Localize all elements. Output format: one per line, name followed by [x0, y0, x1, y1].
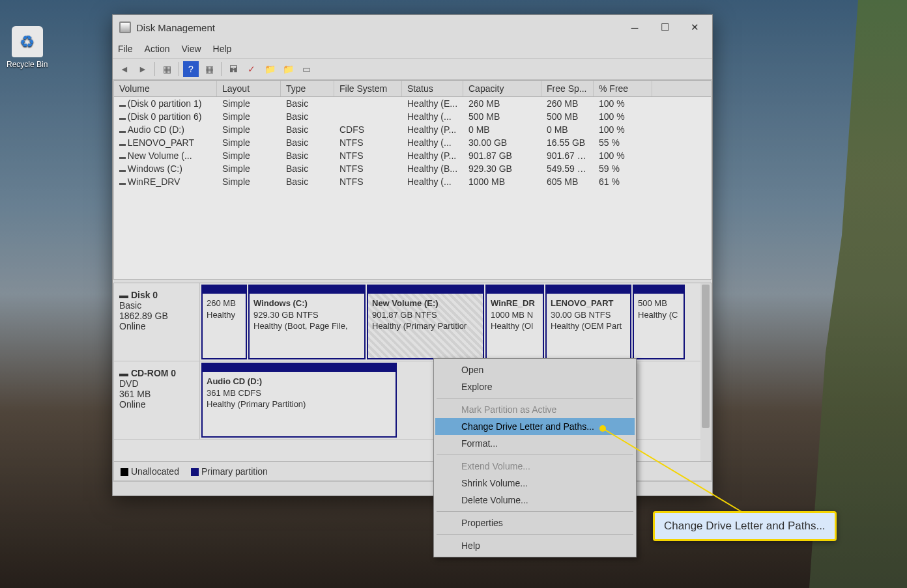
volume-table: Volume Layout Type File System Status Ca… [113, 80, 712, 280]
menu-item[interactable]: Help [435, 537, 635, 554]
toolbar-btn-1[interactable]: ▦ [159, 61, 175, 77]
legend-unallocated: Unallocated [131, 466, 179, 477]
minimize-button[interactable]: ─ [620, 18, 650, 37]
recycle-bin-icon [12, 26, 43, 57]
toolbar-btn-2[interactable]: ▦ [201, 61, 217, 77]
app-icon [119, 21, 131, 33]
table-row[interactable]: (Disk 0 partition 6)SimpleBasicHealthy (… [114, 110, 711, 123]
forward-button[interactable]: ► [135, 61, 151, 77]
table-row[interactable]: (Disk 0 partition 1)SimpleBasicHealthy (… [114, 97, 711, 110]
col-volume[interactable]: Volume [114, 81, 217, 96]
toolbar-btn-6[interactable]: 📁 [280, 61, 296, 77]
toolbar: ◄ ► ▦ ? ▦ 🖬 ✓ 📁 📁 ▭ [113, 58, 712, 80]
menu-action[interactable]: Action [145, 44, 170, 54]
scrollbar-thumb[interactable] [702, 285, 710, 428]
context-menu: OpenExploreMark Partition as ActiveChang… [433, 358, 637, 557]
callout-box: Change Drive Letter and Paths... [653, 511, 837, 541]
partition[interactable]: WinRE_DR1000 MB NHealthy (Ol [485, 285, 544, 359]
partition[interactable]: 500 MBHealthy (C [633, 285, 685, 359]
menu-help[interactable]: Help [213, 44, 232, 54]
window-title: Disk Management [136, 22, 620, 33]
callout-dot [599, 425, 606, 432]
menu-item[interactable]: Shrink Volume... [435, 475, 635, 492]
volume-table-header: Volume Layout Type File System Status Ca… [114, 81, 711, 97]
menu-item[interactable]: Format... [435, 435, 635, 452]
col-type[interactable]: Type [281, 81, 334, 96]
partition[interactable]: New Volume (E:)901.87 GB NTFSHealthy (Pr… [367, 285, 484, 359]
partition[interactable]: Audio CD (D:)361 MB CDFSHealthy (Primary… [201, 363, 397, 438]
menu-item[interactable]: Open [435, 361, 635, 378]
menu-item[interactable]: Delete Volume... [435, 492, 635, 509]
recycle-bin[interactable]: Recycle Bin [7, 26, 48, 69]
col-status[interactable]: Status [402, 81, 463, 96]
toolbar-btn-3[interactable]: 🖬 [225, 61, 241, 77]
col-capacity[interactable]: Capacity [463, 81, 541, 96]
menu-item: Extend Volume... [435, 458, 635, 475]
scrollbar[interactable] [700, 283, 711, 481]
menu-view[interactable]: View [181, 44, 201, 54]
menu-item[interactable]: Properties [435, 514, 635, 531]
menu-file[interactable]: File [118, 44, 133, 54]
disk-row: ▬ Disk 0Basic1862.89 GBOnline260 MBHealt… [114, 283, 711, 361]
close-button[interactable]: ✕ [680, 18, 710, 37]
col-free[interactable]: Free Sp... [541, 81, 594, 96]
table-row[interactable]: New Volume (...SimpleBasicNTFSHealthy (P… [114, 149, 711, 162]
maximize-button[interactable]: ☐ [650, 18, 680, 37]
partition[interactable]: LENOVO_PART30.00 GB NTFSHealthy (OEM Par… [545, 285, 631, 359]
toolbar-btn-4[interactable]: ✓ [244, 61, 259, 77]
disk-label: ▬ CD-ROM 0DVD361 MBOnline [114, 361, 200, 439]
recycle-bin-label: Recycle Bin [7, 60, 48, 69]
titlebar[interactable]: Disk Management ─ ☐ ✕ [113, 15, 712, 40]
volume-table-body: (Disk 0 partition 1)SimpleBasicHealthy (… [114, 97, 711, 279]
partition[interactable]: 260 MBHealthy [201, 285, 247, 359]
col-fs[interactable]: File System [334, 81, 402, 96]
toolbar-btn-7[interactable]: ▭ [298, 61, 314, 77]
partition[interactable]: Windows (C:)929.30 GB NTFSHealthy (Boot,… [248, 285, 366, 359]
table-row[interactable]: WinRE_DRVSimpleBasicNTFSHealthy (...1000… [114, 175, 711, 188]
desktop: Recycle Bin Disk Management ─ ☐ ✕ File A… [0, 0, 907, 588]
toolbar-btn-5[interactable]: 📁 [262, 61, 278, 77]
menu-item: Mark Partition as Active [435, 401, 635, 418]
back-button[interactable]: ◄ [117, 61, 132, 77]
table-row[interactable]: Audio CD (D:)SimpleBasicCDFSHealthy (P..… [114, 123, 711, 136]
help-icon[interactable]: ? [183, 61, 199, 77]
col-pct[interactable]: % Free [594, 81, 652, 96]
legend-primary: Primary partition [201, 466, 268, 477]
col-layout[interactable]: Layout [217, 81, 281, 96]
table-row[interactable]: LENOVO_PARTSimpleBasicNTFSHealthy (...30… [114, 136, 711, 149]
table-row[interactable]: Windows (C:)SimpleBasicNTFSHealthy (B...… [114, 162, 711, 175]
callout-text: Change Drive Letter and Paths... [664, 520, 826, 532]
menubar: File Action View Help [113, 40, 712, 58]
disk-label: ▬ Disk 0Basic1862.89 GBOnline [114, 283, 200, 361]
menu-item[interactable]: Explore [435, 378, 635, 395]
